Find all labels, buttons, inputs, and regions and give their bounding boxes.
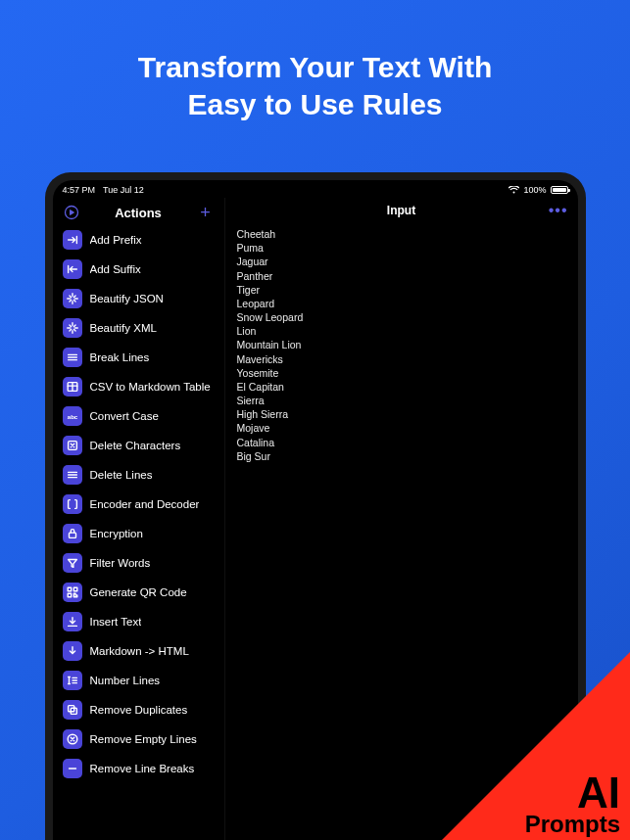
input-line: Leopard bbox=[237, 297, 566, 310]
sidebar-item[interactable]: Add Prefix bbox=[53, 225, 224, 255]
sidebar-item[interactable]: abcConvert Case bbox=[53, 401, 224, 431]
dup-icon bbox=[63, 700, 82, 720]
sidebar-item[interactable]: Beautify JSON bbox=[53, 284, 224, 313]
svg-text:abc: abc bbox=[67, 413, 77, 420]
lock-icon bbox=[63, 524, 82, 543]
minus-icon bbox=[63, 759, 82, 778]
input-line: Catalina bbox=[237, 436, 566, 449]
sidebar-item-label: Delete Lines bbox=[90, 469, 153, 481]
filter-icon bbox=[63, 553, 82, 573]
status-time: 4:57 PM bbox=[63, 185, 96, 195]
arrow-right-bar-icon bbox=[63, 230, 82, 250]
sparkle-icon bbox=[63, 318, 82, 338]
insert-icon bbox=[63, 612, 82, 631]
sidebar-item[interactable]: Remove Duplicates bbox=[53, 695, 224, 724]
input-line: High Sierra bbox=[237, 407, 566, 421]
sidebar-item[interactable]: Remove Line Breaks bbox=[53, 754, 224, 783]
brackets-icon bbox=[63, 494, 82, 514]
status-date: Tue Jul 12 bbox=[103, 185, 144, 195]
abc-icon: abc bbox=[63, 406, 82, 426]
x-circle-icon bbox=[63, 729, 82, 749]
battery-icon bbox=[551, 186, 568, 194]
sidebar-item[interactable]: Markdown -> HTML bbox=[53, 636, 224, 666]
input-line: Cheetah bbox=[237, 227, 566, 241]
svg-rect-4 bbox=[69, 533, 75, 537]
sidebar-item[interactable]: Beautify XML bbox=[53, 313, 224, 343]
sidebar-item-label: Add Prefix bbox=[90, 234, 142, 246]
sidebar-item-label: Break Lines bbox=[90, 351, 150, 363]
battery-percent: 100% bbox=[523, 185, 546, 195]
input-line: Panther bbox=[237, 269, 566, 283]
svg-rect-6 bbox=[73, 587, 77, 591]
number-icon bbox=[63, 671, 82, 690]
sidebar-item-label: Encryption bbox=[90, 528, 143, 539]
sidebar-item[interactable]: Encoder and Decoder bbox=[53, 490, 224, 519]
sidebar-title: Actions bbox=[115, 206, 162, 220]
sidebar-item[interactable]: Add Suffix bbox=[53, 255, 224, 284]
sparkle-icon bbox=[63, 289, 82, 308]
input-line: Lion bbox=[237, 324, 566, 338]
input-line: Sierra bbox=[237, 394, 566, 407]
input-line: Big Sur bbox=[237, 449, 566, 463]
input-line: Puma bbox=[237, 241, 566, 255]
sidebar-item-label: Generate QR Code bbox=[90, 586, 187, 598]
lines-icon bbox=[63, 465, 82, 485]
sidebar-item-label: Add Suffix bbox=[90, 263, 141, 275]
main-panel: Input ••• CheetahPumaJaguarPantherTigerL… bbox=[225, 198, 578, 840]
sidebar-item[interactable]: CSV to Markdown Table bbox=[53, 372, 224, 401]
status-bar: 4:57 PM Tue Jul 12 100% bbox=[53, 180, 578, 198]
sidebar-item-label: Remove Line Breaks bbox=[90, 763, 195, 774]
sidebar-item-label: Number Lines bbox=[90, 675, 161, 686]
input-text-area[interactable]: CheetahPumaJaguarPantherTigerLeopardSnow… bbox=[225, 223, 578, 463]
input-line: Yosemite bbox=[237, 366, 566, 380]
arrow-down-icon bbox=[63, 641, 82, 661]
device-frame: 4:57 PM Tue Jul 12 100% Actions + bbox=[45, 172, 586, 840]
sidebar-item[interactable]: Encryption bbox=[53, 519, 224, 548]
sidebar-item[interactable]: Insert Text bbox=[53, 607, 224, 636]
input-line: Mountain Lion bbox=[237, 338, 566, 351]
sidebar-item-label: Markdown -> HTML bbox=[90, 645, 189, 657]
sidebar-item-label: Beautify XML bbox=[90, 322, 157, 334]
sidebar-item-label: Filter Words bbox=[90, 557, 151, 569]
sidebar-item-label: Delete Characters bbox=[90, 440, 181, 451]
wifi-icon bbox=[509, 186, 519, 194]
more-button[interactable]: ••• bbox=[549, 202, 568, 219]
input-line: Mojave bbox=[237, 421, 566, 435]
headline-line-1: Transform Your Text With bbox=[39, 49, 591, 86]
svg-rect-5 bbox=[68, 587, 72, 591]
input-line: Jaguar bbox=[237, 255, 566, 268]
input-line: Tiger bbox=[237, 283, 566, 297]
input-title: Input bbox=[387, 204, 415, 217]
table-icon bbox=[63, 377, 82, 397]
sidebar-item[interactable]: Filter Words bbox=[53, 548, 224, 578]
headline-line-2: Easy to Use Rules bbox=[39, 86, 591, 123]
sidebar-item-label: Beautify JSON bbox=[90, 293, 164, 304]
run-button[interactable] bbox=[63, 204, 80, 221]
sidebar-item[interactable]: Generate QR Code bbox=[53, 578, 224, 607]
sidebar-item-label: Remove Empty Lines bbox=[90, 733, 197, 745]
arrow-left-bar-icon bbox=[63, 259, 82, 279]
input-line: Mavericks bbox=[237, 352, 566, 366]
sidebar-item-label: Insert Text bbox=[90, 616, 142, 628]
sidebar-item-label: Remove Duplicates bbox=[90, 704, 188, 716]
svg-rect-7 bbox=[68, 593, 72, 597]
lines-icon bbox=[63, 348, 82, 367]
sidebar-item[interactable]: Delete Lines bbox=[53, 460, 224, 490]
add-action-button[interactable]: + bbox=[196, 204, 214, 221]
sidebar-item-label: Encoder and Decoder bbox=[90, 498, 200, 510]
sidebar-item[interactable]: Delete Characters bbox=[53, 431, 224, 460]
sidebar-item[interactable]: Number Lines bbox=[53, 666, 224, 695]
sidebar-item-label: CSV to Markdown Table bbox=[90, 381, 211, 393]
x-square-icon bbox=[63, 436, 82, 455]
action-list: Add PrefixAdd SuffixBeautify JSONBeautif… bbox=[53, 225, 224, 840]
sidebar-item[interactable]: Break Lines bbox=[53, 343, 224, 372]
sidebar-item-label: Convert Case bbox=[90, 410, 159, 422]
input-line: Snow Leopard bbox=[237, 310, 566, 324]
marketing-headline: Transform Your Text With Easy to Use Rul… bbox=[0, 0, 630, 148]
qr-icon bbox=[63, 583, 82, 602]
input-line: El Capitan bbox=[237, 380, 566, 394]
sidebar: Actions + Add PrefixAdd SuffixBeautify J… bbox=[53, 198, 225, 840]
sidebar-item[interactable]: Remove Empty Lines bbox=[53, 724, 224, 754]
